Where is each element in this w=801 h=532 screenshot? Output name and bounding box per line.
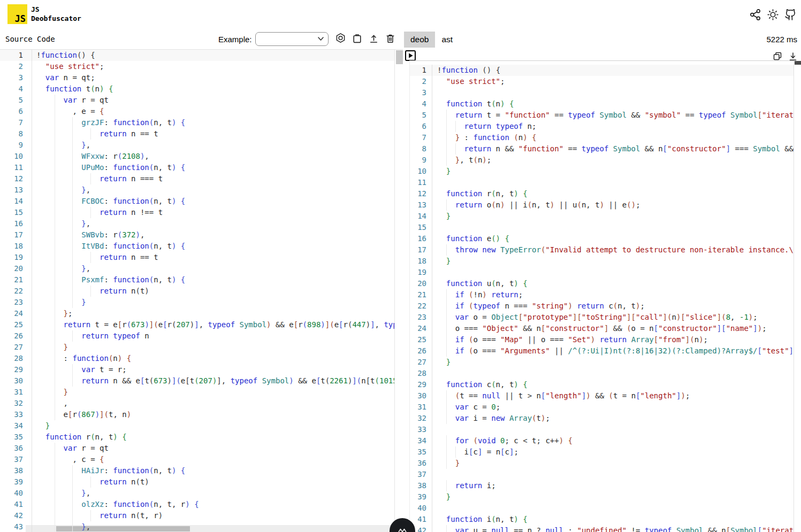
line-number: 1: [0, 50, 32, 61]
code-text: grzJF: function(n, t) {: [32, 117, 185, 128]
code-text: if (o === "Map" || o === "Set") return A…: [432, 334, 708, 345]
line-number: 37: [410, 469, 432, 480]
code-line: 24 };: [0, 308, 403, 319]
line-number: 29: [410, 379, 432, 390]
line-number: 14: [0, 196, 32, 207]
upload-icon[interactable]: [368, 33, 379, 44]
line-number: 26: [0, 330, 32, 342]
theme-sun-icon[interactable]: [767, 9, 779, 21]
code-line: 29 function c(n, t) {: [410, 379, 801, 390]
code-text: , c = {: [32, 454, 104, 465]
code-line: 3: [410, 87, 801, 98]
line-number: 31: [410, 402, 432, 413]
code-line: 10 }: [410, 166, 801, 177]
line-number: 19: [410, 267, 432, 278]
code-text: return t = "function" == typeof Symbol &…: [432, 110, 801, 121]
output-vertical-scrollbar[interactable]: [794, 60, 801, 532]
output-editor[interactable]: 1!function () {2 "use strict";34 functio…: [409, 60, 801, 532]
share-icon[interactable]: [749, 9, 761, 21]
code-text: for (void 0; c < t; c++) {: [432, 435, 573, 446]
code-text: return n == t: [32, 252, 158, 263]
code-text: function c(n, t) {: [432, 379, 528, 390]
line-number: 34: [410, 435, 432, 446]
code-text: ,: [32, 398, 68, 409]
source-editor[interactable]: 1!function() {2 "use strict";3 var n = q…: [0, 49, 403, 532]
source-vertical-scrollbar[interactable]: [394, 50, 403, 532]
code-line: 23 var o = Object["prototype"]["toString…: [410, 312, 801, 323]
code-text: var i = new Array(t);: [432, 413, 550, 424]
code-text: }: [432, 256, 451, 267]
line-number: 37: [0, 454, 32, 465]
scrollbar-thumb[interactable]: [396, 50, 403, 64]
code-text: },: [32, 140, 90, 151]
code-text: ItVBd: function(n, t) {: [32, 241, 185, 252]
code-text: return typeof n;: [432, 121, 536, 132]
code-line: 23 }: [0, 297, 403, 308]
code-text: olzXz: function(n, t, r) {: [32, 499, 199, 510]
download-icon[interactable]: [788, 51, 798, 61]
js-logo: JS: [7, 4, 27, 24]
line-number: 11: [410, 177, 432, 188]
code-text: return n(t, r): [32, 510, 163, 521]
copy-icon[interactable]: [772, 51, 783, 61]
code-text: },: [32, 218, 90, 229]
header-icons: [749, 9, 797, 21]
line-number: 33: [410, 424, 432, 435]
line-number: 39: [0, 476, 32, 488]
code-text: (t == null || t > n["length"]) && (t = n…: [432, 390, 690, 402]
output-code-rows: 1!function () {2 "use strict";34 functio…: [410, 65, 801, 532]
app-root: JS JS Deobfuscator: [0, 0, 801, 532]
line-number: 27: [0, 342, 32, 353]
code-text: if (!n) return;: [432, 289, 523, 300]
code-text: Psxmf: function(n, t) {: [32, 274, 185, 286]
line-number: 18: [0, 241, 32, 252]
line-number: 6: [0, 106, 32, 117]
timing-badge: 5222 ms: [766, 35, 797, 44]
scrollbar-thumb[interactable]: [795, 61, 801, 65]
line-number: 20: [410, 278, 432, 289]
tab-ast[interactable]: ast: [435, 32, 459, 48]
code-line: 31 var c = 0;: [410, 402, 801, 413]
code-line: 26 return typeof n: [0, 330, 403, 342]
line-number: 23: [0, 297, 32, 308]
code-line: 37 , c = {: [0, 454, 403, 465]
line-number: 18: [410, 256, 432, 267]
code-text: return n !== t: [32, 207, 163, 218]
code-line: 40: [410, 503, 801, 514]
code-text: WFxxw: r(2108),: [32, 151, 149, 162]
code-line: 29 var t = r;: [0, 364, 403, 375]
code-line: 19: [410, 267, 801, 278]
line-number: 26: [410, 345, 432, 357]
code-text: return n === t: [32, 173, 163, 184]
tab-deob[interactable]: deob: [404, 32, 435, 48]
settings-icon[interactable]: [335, 33, 346, 44]
line-number: 19: [0, 252, 32, 263]
code-text: var n = qt;: [32, 72, 95, 83]
line-number: 40: [410, 503, 432, 514]
line-number: 36: [0, 443, 32, 454]
code-line: 7 grzJF: function(n, t) {: [0, 117, 403, 128]
code-text: }: [432, 166, 451, 177]
code-line: 21 Psxmf: function(n, t) {: [0, 274, 403, 286]
code-line: 15: [410, 222, 801, 233]
line-number: 9: [0, 140, 32, 151]
github-icon[interactable]: [784, 9, 797, 21]
code-line: 5 var r = qt: [0, 95, 403, 106]
line-number: 28: [410, 368, 432, 379]
example-select[interactable]: [255, 32, 329, 46]
trash-icon[interactable]: [385, 33, 396, 44]
code-text: }: [432, 491, 451, 503]
code-line: 6 , e = {: [0, 106, 403, 117]
line-number: 30: [410, 390, 432, 402]
code-text: var u = null == n ? null : "undefined" !…: [432, 525, 801, 532]
code-line: 35 i[c] = n[c];: [410, 446, 801, 458]
code-line: 25 return t = e[r(673)](e[r(207)], typeo…: [0, 319, 403, 330]
code-line: 42 return n(t, r): [0, 510, 403, 521]
line-number: 27: [410, 357, 432, 368]
line-number: 28: [0, 353, 32, 364]
line-number: 24: [410, 323, 432, 334]
run-button[interactable]: [405, 50, 416, 61]
paste-icon[interactable]: [352, 33, 363, 44]
code-line: 12 function r(n, t) {: [410, 188, 801, 199]
code-text: function i(n, t) {: [432, 514, 528, 525]
